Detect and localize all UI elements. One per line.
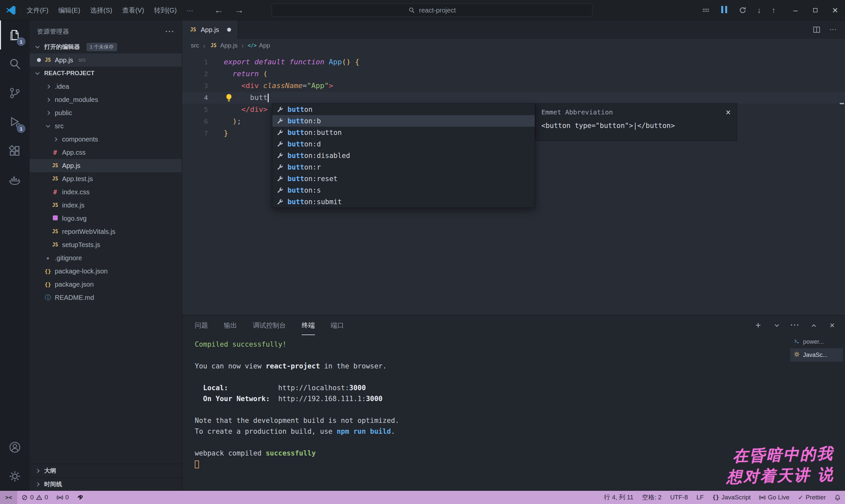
git-file-icon: ◆ <box>43 255 52 260</box>
activity-extensions[interactable] <box>0 137 30 166</box>
statusbar-ports[interactable]: 0 <box>52 491 73 504</box>
activity-search[interactable] <box>0 50 30 78</box>
upload-icon[interactable]: ↑ <box>772 6 776 14</box>
activity-explorer[interactable]: 1 <box>0 20 30 50</box>
tree-item-App.js[interactable]: JSApp.js <box>30 159 182 172</box>
suggestion-button:submit[interactable]: button:submit <box>272 196 535 208</box>
tree-item-components[interactable]: components <box>30 132 182 146</box>
tree-item-index.js[interactable]: JSindex.js <box>30 199 182 212</box>
statusbar-encoding[interactable]: UTF-8 <box>666 491 692 504</box>
tree-item-package.json[interactable]: {}package.json <box>30 278 182 291</box>
tree-item-public[interactable]: public <box>30 106 182 120</box>
menu-item-3[interactable]: 查看(V) <box>117 0 149 20</box>
menu-item-2[interactable]: 选择(S) <box>85 0 117 20</box>
terminal-instance-power...[interactable]: power... <box>790 335 843 348</box>
close-button[interactable]: × <box>825 0 845 20</box>
menu-item-0[interactable]: 文件(F) <box>22 0 53 20</box>
menu-item-4[interactable]: 转到(G) <box>149 0 182 20</box>
code-editor[interactable]: 1export default function App() {2 return… <box>182 52 845 315</box>
tree-item-.idea[interactable]: .idea <box>30 80 182 93</box>
tree-item-node_modules[interactable]: node_modules <box>30 93 182 106</box>
activity-source-control[interactable] <box>0 78 30 108</box>
tree-item-logo.svg[interactable]: logo.svg <box>30 212 182 225</box>
tree-item-setupTests.js[interactable]: JSsetupTests.js <box>30 238 182 251</box>
activity-run-debug[interactable]: 1 <box>0 108 30 137</box>
rocket-icon <box>77 494 84 501</box>
pause-icon[interactable] <box>720 6 728 15</box>
refresh-icon[interactable] <box>739 6 746 14</box>
breadcrumb-appjs[interactable]: JSApp.js <box>209 42 237 49</box>
code-line-1[interactable]: 1export default function App() { <box>182 56 845 68</box>
menu-item-1[interactable]: 编辑(E) <box>53 0 86 20</box>
suggestion-button:disabled[interactable]: button:disabled <box>272 150 535 161</box>
tree-item-src[interactable]: src <box>30 120 182 132</box>
code-line-2[interactable]: 2 return ( <box>182 68 845 80</box>
statusbar-cursor-position[interactable]: 行 4, 列 11 <box>600 491 638 504</box>
close-panel-icon[interactable]: × <box>828 321 837 329</box>
suggestion-button:r[interactable]: button:r <box>272 161 535 173</box>
project-root-header[interactable]: REACT-PROJECT <box>30 67 182 80</box>
launch-profile-icon[interactable] <box>772 321 781 329</box>
close-icon[interactable]: × <box>725 108 731 116</box>
maximize-panel-icon[interactable] <box>809 321 818 329</box>
statusbar-language[interactable]: {}JavaScript <box>708 491 755 504</box>
back-button[interactable]: ← <box>214 5 223 16</box>
panel-tab-问题[interactable]: 问题 <box>195 315 208 335</box>
open-editors-header[interactable]: 打开的编辑器 1 个未保存 <box>30 40 182 53</box>
suggestion-button:reset[interactable]: button:reset <box>272 173 535 184</box>
statusbar-prettier[interactable]: ✓Prettier <box>794 491 830 504</box>
tree-item-.gitignore[interactable]: ◆.gitignore <box>30 251 182 265</box>
tab-appjs[interactable]: JS App.js <box>182 20 238 39</box>
sidebar-more-actions-icon[interactable]: ··· <box>165 28 175 36</box>
more-actions-icon[interactable]: ··· <box>791 321 799 329</box>
file-name: logo.svg <box>62 215 87 222</box>
modified-dot-icon[interactable] <box>227 28 231 32</box>
tree-item-App.css[interactable]: #App.css <box>30 146 182 159</box>
statusbar-notifications[interactable] <box>830 491 845 504</box>
code-line-4[interactable]: 4 butt <box>182 92 845 104</box>
suggestion-button:s[interactable]: button:s <box>272 184 535 196</box>
statusbar-go-live[interactable]: Go Live <box>755 491 793 504</box>
activity-settings[interactable] <box>0 462 30 491</box>
layout-grid-icon[interactable] <box>702 6 710 14</box>
panel-tab-端口[interactable]: 端口 <box>331 315 344 335</box>
breadcrumb-app-symbol[interactable]: </>App <box>248 42 270 49</box>
command-center-search[interactable]: react-project <box>272 4 593 17</box>
sidebar-section-1[interactable]: 时间线 <box>30 477 182 491</box>
new-terminal-icon[interactable]: + <box>754 321 762 329</box>
forward-button[interactable]: → <box>234 5 244 16</box>
statusbar-eol[interactable]: LF <box>692 491 708 504</box>
panel-tab-终端[interactable]: 终端 <box>302 315 315 335</box>
tree-item-package-lock.json[interactable]: {}package-lock.json <box>30 265 182 278</box>
terminal-instance-JavaSc...[interactable]: JavaSc... <box>790 348 843 361</box>
wrench-icon <box>276 152 284 159</box>
split-editor-icon[interactable] <box>813 26 821 34</box>
tree-item-App.test.js[interactable]: JSApp.test.js <box>30 172 182 185</box>
breadcrumb-src[interactable]: src <box>191 42 199 49</box>
suggestion-button:button[interactable]: button:button <box>272 127 535 138</box>
tree-item-README.md[interactable]: ⓘREADME.md <box>30 291 182 304</box>
statusbar-runner[interactable] <box>73 491 88 504</box>
minimize-button[interactable]: – <box>786 0 805 20</box>
tree-item-reportWebVitals.js[interactable]: JSreportWebVitals.js <box>30 225 182 238</box>
menu-item-5[interactable]: ··· <box>181 0 198 20</box>
panel-tab-输出[interactable]: 输出 <box>224 315 237 335</box>
statusbar-problems[interactable]: 00 <box>17 491 52 504</box>
statusbar-indentation[interactable]: 空格: 2 <box>638 491 666 504</box>
download-icon[interactable]: ↓ <box>757 6 761 14</box>
activity-docker[interactable] <box>0 166 30 195</box>
sidebar-section-0[interactable]: 大纲 <box>30 464 182 477</box>
code-line-3[interactable]: 3 <div className="App"> <box>182 80 845 92</box>
suggestion-button[interactable]: button <box>272 104 535 115</box>
maximize-button[interactable] <box>805 0 825 20</box>
tree-item-index.css[interactable]: #index.css <box>30 185 182 199</box>
lightbulb-icon[interactable] <box>225 93 233 102</box>
panel-tab-调试控制台[interactable]: 调试控制台 <box>253 315 286 335</box>
open-editor-item-appjs[interactable]: JS App.js src <box>30 53 182 67</box>
editor-more-actions-icon[interactable]: ··· <box>830 27 837 33</box>
activity-account[interactable] <box>0 433 30 462</box>
suggestion-button:b[interactable]: button:b <box>272 115 535 127</box>
terminal-output[interactable]: Compiled successfully! You can now view … <box>195 339 753 470</box>
suggestion-button:d[interactable]: button:d <box>272 138 535 150</box>
statusbar-remote[interactable]: >< <box>0 491 17 504</box>
